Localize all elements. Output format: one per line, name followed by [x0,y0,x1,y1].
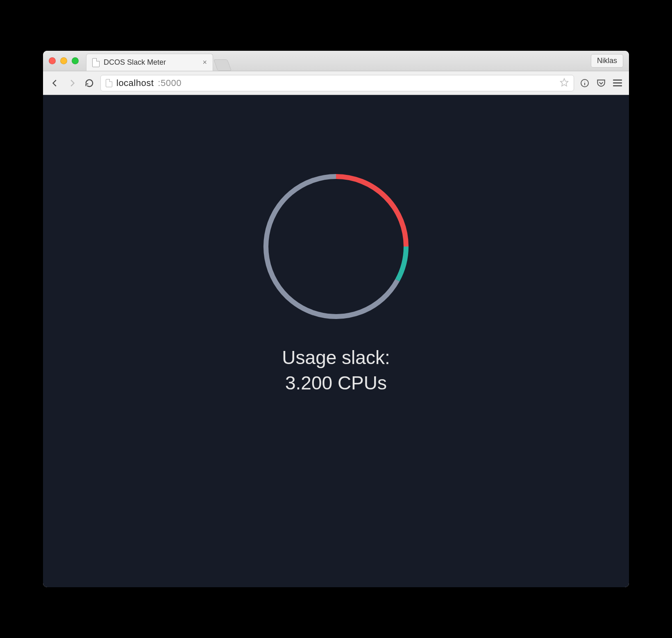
donut-segment-grey [266,176,397,317]
metric-text: Usage slack: 3.200 CPUs [282,345,390,396]
page-icon [106,79,112,87]
menu-button[interactable] [612,77,623,89]
toolbar: localhost:5000 [43,71,629,95]
donut-segment-teal [397,247,406,280]
close-tab-button[interactable]: × [202,58,207,67]
pocket-icon[interactable] [595,77,607,89]
reload-button[interactable] [83,77,95,89]
address-bar[interactable]: localhost:5000 [100,75,574,91]
browser-tab[interactable]: DCOS Slack Meter × [86,54,213,71]
metric-value: 3.200 CPUs [282,370,390,396]
back-button[interactable] [49,77,61,89]
forward-button[interactable] [66,77,78,89]
info-icon[interactable] [579,77,590,89]
minimize-window-button[interactable] [60,57,67,64]
close-window-button[interactable] [49,57,56,64]
usage-donut-chart [258,169,414,324]
tab-title: DCOS Slack Meter [104,58,198,67]
browser-window: DCOS Slack Meter × Niklas localhost:5000 [43,51,629,587]
profile-button[interactable]: Niklas [591,54,623,68]
hamburger-icon [613,79,622,86]
file-icon [92,58,100,67]
traffic-lights [49,57,79,64]
url-host: localhost [116,78,154,88]
url-port: :5000 [158,78,182,88]
metric-label: Usage slack: [282,345,390,370]
titlebar: DCOS Slack Meter × Niklas [43,51,629,71]
page-content: Usage slack: 3.200 CPUs [43,95,629,587]
new-tab-button[interactable] [213,59,232,71]
svg-marker-0 [561,78,568,86]
bookmark-star-icon[interactable] [560,78,569,88]
maximize-window-button[interactable] [72,57,79,64]
donut-segment-red [336,176,406,247]
